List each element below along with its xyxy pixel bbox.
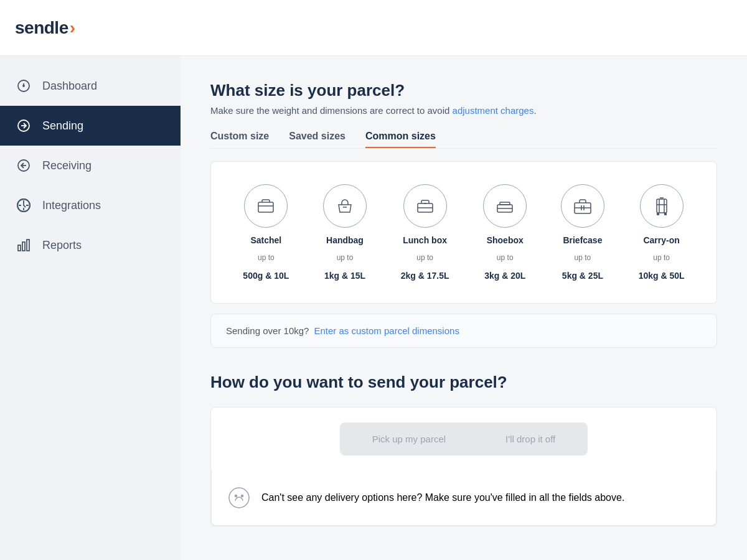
sidebar-item-receiving[interactable]: Receiving — [0, 146, 181, 185]
reports-icon — [15, 236, 32, 254]
no-options-icon — [227, 485, 251, 510]
send-card-top: Pick up my parcel I'll drop it off — [211, 408, 716, 470]
subtitle-end: . — [533, 105, 536, 116]
tab-saved-sizes[interactable]: Saved sizes — [289, 131, 345, 148]
parcel-sizes-grid: Satchel up to 500g & 10L — [226, 179, 702, 286]
sidebar: Dashboard Sending Receiving — [0, 56, 181, 560]
sidebar-item-sending-label: Sending — [42, 119, 83, 133]
handbag-name: Handbag — [326, 235, 364, 245]
briefcase-weight: 5kg & 25L — [562, 271, 603, 281]
satchel-desc: up to — [258, 253, 275, 263]
header: sendle › — [0, 0, 747, 56]
over-banner-text: Sending over 10kg? — [226, 325, 309, 336]
logo: sendle › — [15, 18, 75, 38]
sidebar-item-dashboard-label: Dashboard — [42, 80, 97, 93]
satchel-weight: 500g & 10L — [243, 271, 289, 281]
sending-icon — [15, 117, 32, 134]
sidebar-item-dashboard[interactable]: Dashboard — [0, 66, 181, 106]
satchel-icon-circle — [244, 184, 288, 228]
svg-rect-17 — [500, 202, 510, 205]
pickup-button[interactable]: Pick up my parcel — [342, 425, 476, 453]
lunchbox-weight: 2kg & 17.5L — [401, 271, 449, 281]
logo-text: sendle — [15, 18, 68, 38]
sizes-card: Satchel up to 500g & 10L — [210, 161, 717, 304]
dashboard-icon — [15, 77, 32, 95]
lunchbox-name: Lunch box — [403, 235, 447, 245]
size-briefcase[interactable]: Briefcase up to 5kg & 25L — [553, 179, 612, 286]
custom-dimensions-link[interactable]: Enter as custom parcel dimensions — [314, 325, 459, 336]
shoebox-weight: 3kg & 20L — [484, 271, 525, 281]
integrations-icon — [15, 197, 32, 214]
send-title: How do you want to send your parcel? — [210, 373, 717, 392]
send-section: How do you want to send your parcel? Pic… — [210, 373, 717, 526]
size-handbag[interactable]: Handbag up to 1kg & 15L — [316, 179, 374, 286]
delivery-toggle-group: Pick up my parcel I'll drop it off — [340, 422, 588, 455]
shoebox-name: Shoebox — [487, 235, 524, 245]
parcel-size-section: What size is your parcel? Make sure the … — [210, 81, 717, 348]
dropoff-button[interactable]: I'll drop it off — [476, 425, 585, 453]
carryon-weight: 10kg & 50L — [639, 271, 685, 281]
size-satchel[interactable]: Satchel up to 500g & 10L — [235, 179, 296, 286]
no-options-text: Can't see any delivery options here? Mak… — [261, 492, 624, 503]
size-lunchbox[interactable]: Lunch box up to 2kg & 17.5L — [393, 179, 457, 286]
sidebar-item-reports-label: Reports — [42, 239, 82, 252]
sidebar-item-integrations[interactable]: Integrations — [0, 185, 181, 225]
no-options-notice: Can't see any delivery options here? Mak… — [211, 470, 716, 526]
svg-point-29 — [229, 488, 249, 508]
parcel-size-subtitle: Make sure the weight and dimensions are … — [210, 105, 717, 116]
svg-rect-8 — [18, 245, 21, 251]
handbag-weight: 1kg & 15L — [324, 271, 365, 281]
handbag-icon-circle — [323, 184, 367, 228]
sidebar-item-sending[interactable]: Sending — [0, 106, 181, 146]
briefcase-icon-circle — [561, 184, 604, 228]
svg-point-27 — [657, 213, 659, 215]
handbag-desc: up to — [337, 253, 354, 263]
svg-point-30 — [235, 495, 237, 497]
main-content: What size is your parcel? Make sure the … — [181, 56, 747, 560]
svg-point-31 — [242, 495, 243, 497]
tab-common-sizes[interactable]: Common sizes — [365, 131, 436, 148]
over-10kg-banner: Sending over 10kg? Enter as custom parce… — [210, 314, 717, 348]
sidebar-item-integrations-label: Integrations — [42, 199, 101, 212]
size-shoebox[interactable]: Shoebox up to 3kg & 20L — [476, 179, 534, 286]
size-tabs: Custom size Saved sizes Common sizes — [210, 131, 717, 149]
svg-rect-23 — [657, 199, 667, 213]
send-card: Pick up my parcel I'll drop it off Can't… — [210, 407, 717, 526]
receiving-icon — [15, 157, 32, 174]
carryon-desc: up to — [653, 253, 670, 263]
layout: Dashboard Sending Receiving — [0, 56, 747, 560]
satchel-name: Satchel — [250, 235, 281, 245]
briefcase-desc: up to — [575, 253, 591, 263]
carryon-icon-circle — [640, 184, 684, 228]
parcel-size-title: What size is your parcel? — [210, 81, 717, 100]
logo-arrow: › — [70, 18, 75, 38]
sidebar-item-reports[interactable]: Reports — [0, 225, 181, 265]
briefcase-name: Briefcase — [563, 235, 602, 245]
svg-rect-11 — [258, 202, 273, 212]
carryon-name: Carry-on — [643, 235, 679, 245]
adjustment-charges-link[interactable]: adjustment charges — [453, 105, 534, 116]
tab-custom-size[interactable]: Custom size — [210, 131, 269, 148]
size-tabs-wrapper: Custom size Saved sizes Common sizes — [210, 131, 717, 149]
lunchbox-desc: up to — [416, 253, 433, 263]
sidebar-item-receiving-label: Receiving — [42, 159, 92, 172]
svg-rect-10 — [27, 240, 29, 251]
lunchbox-icon-circle — [403, 184, 447, 228]
shoebox-icon-circle — [483, 184, 527, 228]
size-carryon[interactable]: Carry-on up to 10kg & 50L — [631, 179, 692, 286]
subtitle-plain: Make sure the weight and dimensions are … — [210, 105, 453, 116]
shoebox-desc: up to — [497, 253, 514, 263]
svg-rect-9 — [22, 242, 25, 251]
svg-point-28 — [664, 213, 666, 215]
